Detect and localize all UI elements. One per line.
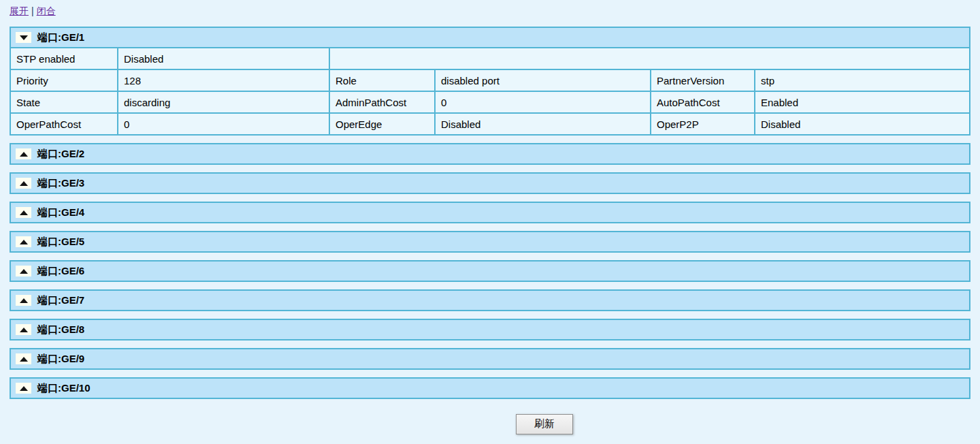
triangle-up-icon[interactable]: [16, 236, 31, 247]
triangle-up-icon[interactable]: [16, 295, 31, 306]
field-value: Disabled: [118, 48, 329, 69]
port-panel-header-ge2[interactable]: 端口:GE/2: [10, 143, 970, 165]
field-label: OperP2P: [651, 113, 755, 135]
empty-cell: [329, 48, 970, 69]
triangle-up-icon[interactable]: [16, 353, 31, 364]
field-label: AdminPathCost: [329, 91, 435, 113]
table-row: State discarding AdminPathCost 0 AutoPat…: [10, 91, 970, 113]
table-row: Priority 128 Role disabled port PartnerV…: [10, 69, 970, 91]
port-panel-header-ge5[interactable]: 端口:GE/5: [10, 231, 970, 253]
port-panel-title: 端口:GE/5: [37, 236, 84, 249]
triangle-up-icon[interactable]: [16, 148, 31, 159]
field-value: 0: [435, 91, 651, 113]
port-panel-ge1: 端口:GE/1 STP enabled Disabled Priority 12…: [10, 27, 970, 136]
port-panel-title: 端口:GE/10: [37, 382, 91, 395]
port-panel-header-ge8[interactable]: 端口:GE/8: [10, 319, 970, 340]
stp-detail-table: STP enabled Disabled Priority 128 Role d…: [10, 47, 970, 136]
link-separator: |: [31, 5, 34, 16]
port-panel-title: 端口:GE/8: [37, 323, 84, 336]
port-panel-title: 端口:GE/3: [37, 177, 84, 190]
triangle-down-icon[interactable]: [16, 32, 31, 43]
port-panel-title: 端口:GE/9: [37, 353, 84, 366]
expand-all-link[interactable]: 展开: [10, 5, 29, 16]
page-content: 展开|闭合 端口:GE/1 STP enabled Disabled Prior…: [0, 0, 980, 434]
triangle-up-icon[interactable]: [16, 266, 31, 276]
refresh-button[interactable]: 刷新: [516, 414, 573, 434]
button-row: 刷新: [10, 414, 970, 434]
triangle-up-icon[interactable]: [16, 207, 31, 218]
port-panel-header-ge10[interactable]: 端口:GE/10: [10, 377, 970, 399]
field-label: AutoPathCost: [651, 91, 755, 113]
port-panel-title: 端口:GE/7: [37, 294, 84, 307]
field-label: Role: [329, 69, 435, 91]
field-value: Enabled: [755, 91, 970, 113]
port-panel-header-ge6[interactable]: 端口:GE/6: [10, 260, 970, 282]
triangle-up-icon[interactable]: [16, 178, 31, 189]
field-value: discarding: [118, 91, 329, 113]
field-value: Disabled: [755, 113, 970, 135]
port-panel-header-ge3[interactable]: 端口:GE/3: [10, 172, 970, 194]
field-label: OperPathCost: [10, 113, 118, 135]
port-panel-title: 端口:GE/1: [37, 31, 84, 44]
port-panel-header-ge9[interactable]: 端口:GE/9: [10, 348, 970, 370]
field-value: Disabled: [435, 113, 651, 135]
field-value: 128: [118, 69, 329, 91]
port-panel-title: 端口:GE/6: [37, 265, 84, 278]
expand-collapse-toolbar: 展开|闭合: [10, 5, 970, 17]
port-panel-header-ge7[interactable]: 端口:GE/7: [10, 289, 970, 311]
field-label: STP enabled: [10, 48, 118, 69]
port-panel-title: 端口:GE/2: [37, 148, 84, 161]
field-label: OperEdge: [329, 113, 435, 135]
collapse-all-link[interactable]: 闭合: [37, 5, 56, 16]
triangle-up-icon[interactable]: [16, 383, 31, 394]
port-panel-header-ge1[interactable]: 端口:GE/1: [10, 27, 970, 48]
field-label: Priority: [10, 69, 118, 91]
port-panel-header-ge4[interactable]: 端口:GE/4: [10, 202, 970, 223]
table-row: OperPathCost 0 OperEdge Disabled OperP2P…: [10, 113, 970, 135]
field-value: 0: [118, 113, 329, 135]
field-value: disabled port: [435, 69, 651, 91]
table-row: STP enabled Disabled: [10, 48, 970, 69]
field-label: State: [10, 91, 118, 113]
triangle-up-icon[interactable]: [16, 324, 31, 335]
field-label: PartnerVersion: [651, 69, 755, 91]
port-panel-title: 端口:GE/4: [37, 206, 84, 219]
field-value: stp: [755, 69, 970, 91]
